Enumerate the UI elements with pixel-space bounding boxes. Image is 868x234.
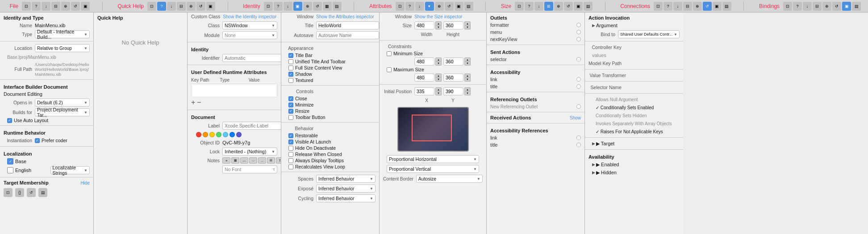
bottom-icon-4[interactable]: ▤ xyxy=(38,188,47,197)
cb-hidedeact-box[interactable] xyxy=(288,146,293,151)
doc-label-input[interactable] xyxy=(222,122,281,130)
notes-btn-5[interactable]: ... xyxy=(258,157,266,164)
ud-plus-btn[interactable]: + xyxy=(191,99,195,107)
size-height-input[interactable] xyxy=(443,21,463,29)
size-icon-5[interactable]: ⊕ xyxy=(554,2,563,11)
conn-menu-circle[interactable] xyxy=(576,30,581,34)
min-size-checkbox[interactable] xyxy=(387,51,392,56)
x-arrows[interactable]: ▲ ▼ xyxy=(435,87,442,95)
min-width-input[interactable] xyxy=(414,57,434,66)
cb-toolbar[interactable]: Toolbar Button xyxy=(281,114,379,120)
notes-btn-4[interactable]: ·-· xyxy=(249,157,257,164)
builds-for-select[interactable]: Project Deployment Tar... ▼ xyxy=(35,108,90,116)
file-icon-7[interactable]: ▣ xyxy=(81,2,90,11)
qh-icon-7[interactable]: ▣ xyxy=(206,2,215,11)
spaces-select[interactable]: Inferred Behavior ▼ xyxy=(316,175,376,183)
attr-autosave-input[interactable] xyxy=(316,31,379,39)
max-width-input[interactable] xyxy=(414,74,434,82)
size-icon-4[interactable]: ⊞ xyxy=(544,2,553,11)
cb-titlebar-box[interactable] xyxy=(288,53,293,58)
bind-icon-6[interactable]: ↺ xyxy=(832,2,841,11)
id-icon-6[interactable]: ↺ xyxy=(313,2,322,11)
color-dot-orange[interactable] xyxy=(203,132,208,137)
auto-layout-row[interactable]: Use Auto Layout xyxy=(0,117,93,123)
bind-icon-8[interactable]: ▤ xyxy=(852,2,861,11)
cb-close[interactable]: Close xyxy=(281,95,379,102)
conn-icon-4[interactable]: ⊟ xyxy=(683,2,692,11)
conn-formatter-circle[interactable] xyxy=(576,23,581,27)
bind-icon-3[interactable]: ↓ xyxy=(803,2,812,11)
notes-btn-6[interactable]: ⊞ xyxy=(267,157,275,164)
bind-to-select[interactable]: Shared User Defaults Contr... ▼ xyxy=(618,30,680,38)
bind-icon-5[interactable]: ⊕ xyxy=(822,2,831,11)
attr-icon-8[interactable]: ▤ xyxy=(464,2,473,11)
bottom-icon-3[interactable]: ↺ xyxy=(27,188,36,197)
prefer-coder-checkbox[interactable] xyxy=(35,138,40,143)
attr-icon-4[interactable]: ▾ xyxy=(425,2,434,11)
cb-toolbar-box[interactable] xyxy=(288,115,293,120)
file-icon-1[interactable]: ⊡ xyxy=(22,2,31,11)
conn-acc-link-circle[interactable] xyxy=(576,77,581,82)
cb-visiblelaunch[interactable]: Visible At Launch xyxy=(281,139,379,145)
size-width-up[interactable]: ▲ xyxy=(435,21,442,25)
cycling-select[interactable]: Inferred Behavior ▼ xyxy=(316,194,376,202)
base-checkbox[interactable] xyxy=(7,158,13,164)
attr-icon-5[interactable]: ⊕ xyxy=(435,2,444,11)
auto-layout-checkbox[interactable] xyxy=(7,118,12,123)
notes-btn-2[interactable]: ▦ xyxy=(231,157,239,164)
attr-icon-1[interactable]: ⊡ xyxy=(396,2,405,11)
conn-icon-1[interactable]: ⊡ xyxy=(654,2,663,11)
id-icon-4[interactable]: ▣ xyxy=(293,2,302,11)
id-icon-2[interactable]: ? xyxy=(274,2,283,11)
conn-icon-2[interactable]: ? xyxy=(664,2,672,11)
show-received-link[interactable]: Show xyxy=(570,115,581,120)
conn-icon-5[interactable]: ⊕ xyxy=(693,2,702,11)
cb-releaseclosed[interactable]: Release When Closed xyxy=(281,151,379,157)
attr-icon-3[interactable]: ↓ xyxy=(415,2,424,11)
cb-unified[interactable]: Unified Title And Toolbar xyxy=(281,58,379,65)
font-select[interactable]: No Font T xyxy=(222,165,277,173)
file-icon-5[interactable]: ⊕ xyxy=(61,2,70,11)
qh-icon-6[interactable]: ↺ xyxy=(196,2,205,11)
cb-unified-box[interactable] xyxy=(288,59,293,64)
cb-recalcview[interactable]: Recalculates View Loop xyxy=(281,164,379,170)
color-dot-blue[interactable] xyxy=(230,132,235,137)
show-size-link[interactable]: Show the Size inspector xyxy=(414,14,483,19)
attr-icon-2[interactable]: ? xyxy=(405,2,414,11)
size-height-down[interactable]: ▼ xyxy=(464,25,471,29)
cb-shadow[interactable]: Shadow xyxy=(281,71,379,77)
cb-fullsize[interactable]: Full Size Content View xyxy=(281,65,379,71)
file-icon-3[interactable]: ↓ xyxy=(42,2,50,11)
id-icon-7[interactable]: ▦ xyxy=(323,2,332,11)
notes-btn-3[interactable]: — xyxy=(240,157,248,164)
max-width-arrows[interactable]: ▲ ▼ xyxy=(435,74,442,82)
qh-icon-2[interactable]: ? xyxy=(157,2,166,11)
qh-icon-1[interactable]: ⊡ xyxy=(147,2,156,11)
bottom-icon-2[interactable]: {} xyxy=(15,188,24,197)
size-icon-3[interactable]: ↓ xyxy=(534,2,543,11)
identifier-input[interactable] xyxy=(222,54,281,62)
enabled-disclosure[interactable]: ▶ xyxy=(592,162,595,167)
content-border-select[interactable]: Autosize ▼ xyxy=(416,175,483,183)
conn-new-ref-circle[interactable] xyxy=(576,104,581,109)
color-dot-green[interactable] xyxy=(216,132,221,137)
class-select[interactable]: NSWindow ▼ xyxy=(222,21,277,29)
expose-select[interactable]: Inferred Behavior ▼ xyxy=(316,185,376,193)
english-checkbox[interactable] xyxy=(7,167,13,173)
cb-textured-box[interactable] xyxy=(288,78,293,83)
hidden-disclosure[interactable]: ▶ xyxy=(592,170,595,175)
cb-tooltips-box[interactable] xyxy=(288,158,293,163)
max-height-arrows[interactable]: ▲ ▼ xyxy=(464,74,471,82)
size-height-arrows[interactable]: ▲ ▼ xyxy=(464,21,471,29)
max-height-input[interactable] xyxy=(443,74,463,82)
cb-restorable[interactable]: Restorable xyxy=(281,132,379,139)
conn-icon-3[interactable]: ↓ xyxy=(673,2,682,11)
hide-link[interactable]: Hide xyxy=(80,181,90,185)
cb-releaseclosed-box[interactable] xyxy=(288,152,293,157)
id-icon-3[interactable]: ↓ xyxy=(284,2,292,11)
qh-icon-5[interactable]: ⊕ xyxy=(187,2,196,11)
min-width-arrows[interactable]: ▲ ▼ xyxy=(435,57,442,66)
size-width-input[interactable] xyxy=(414,21,434,29)
show-identity-link[interactable]: Show the Identity inspector xyxy=(223,14,277,19)
cb-visiblelaunch-box[interactable] xyxy=(288,140,293,144)
